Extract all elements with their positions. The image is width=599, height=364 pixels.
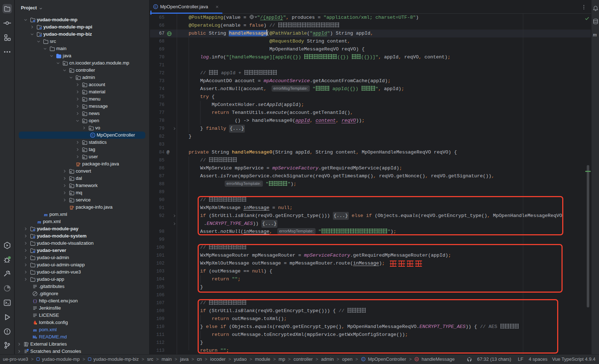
svg-text:m: m [38,219,41,225]
svg-text:{}: {} [32,299,37,303]
svg-text:m: m [416,358,418,361]
svg-text:C: C [154,5,157,9]
svg-text:m: m [44,212,48,217]
svg-text:m: m [33,327,37,333]
svg-text:C: C [92,133,94,137]
svg-text:M: M [33,335,36,339]
svg-text:C: C [362,358,364,361]
